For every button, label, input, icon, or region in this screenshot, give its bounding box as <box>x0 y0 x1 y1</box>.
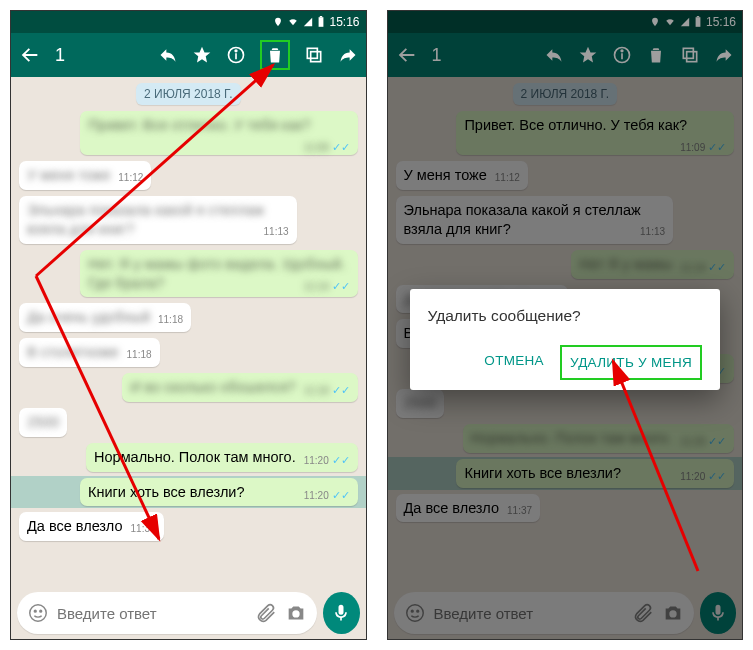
delete-dialog: Удалить сообщение? ОТМЕНА УДАЛИТЬ У МЕНЯ <box>410 289 721 390</box>
message-in[interactable]: 2500 <box>19 408 67 437</box>
message-in[interactable]: Эльнара показала какой я стеллаж взяла д… <box>19 196 297 244</box>
message-out[interactable]: Нет. Я у мамы фото видела. Удобный. Где … <box>80 250 358 298</box>
svg-rect-5 <box>310 52 320 62</box>
back-icon[interactable] <box>19 44 41 66</box>
message-in[interactable]: У меня тоже11:12 <box>19 161 151 190</box>
copy-icon[interactable] <box>304 45 324 65</box>
selected-message-row[interactable]: Книги хоть все влезли?11:20 ✓✓ <box>11 476 366 509</box>
status-bar: 15:16 <box>11 11 366 33</box>
phone-left-screenshot: 15:16 1 2 ИЮЛЯ 2018 Г. Привет. Все отлич… <box>10 10 367 640</box>
info-icon[interactable] <box>226 45 246 65</box>
chat-area: 2 ИЮЛЯ 2018 Г. Привет. Все отлично. У те… <box>11 77 366 587</box>
svg-point-4 <box>235 50 237 52</box>
input-bar <box>11 587 366 639</box>
svg-point-8 <box>34 610 36 612</box>
reply-icon[interactable] <box>158 45 178 65</box>
delete-icon[interactable] <box>260 40 290 70</box>
svg-rect-1 <box>320 16 322 17</box>
emoji-icon[interactable] <box>27 602 49 624</box>
svg-rect-6 <box>307 48 317 58</box>
svg-point-9 <box>40 610 42 612</box>
battery-icon <box>317 16 325 28</box>
camera-icon[interactable] <box>285 602 307 624</box>
date-chip: 2 ИЮЛЯ 2018 Г. <box>136 83 241 105</box>
cancel-button[interactable]: ОТМЕНА <box>476 345 552 380</box>
phone-right-screenshot: 15:16 1 2 ИЮЛЯ 2018 Г. Привет. Все отлич… <box>387 10 744 640</box>
message-out[interactable]: Нормально. Полок там много.11:20 ✓✓ <box>86 443 357 472</box>
star-icon[interactable] <box>192 45 212 65</box>
signal-icon <box>303 17 313 27</box>
selection-count: 1 <box>55 45 65 66</box>
svg-rect-0 <box>319 17 324 27</box>
message-out-selected[interactable]: Книги хоть все влезли?11:20 ✓✓ <box>80 478 358 507</box>
status-time: 15:16 <box>329 15 359 29</box>
delete-for-me-button[interactable]: УДАЛИТЬ У МЕНЯ <box>560 345 702 380</box>
attach-icon[interactable] <box>255 602 277 624</box>
message-input[interactable] <box>57 605 247 622</box>
forward-icon[interactable] <box>338 45 358 65</box>
message-in[interactable]: Да очень удобный11:18 <box>19 303 191 332</box>
wifi-icon <box>287 17 299 27</box>
location-icon <box>273 17 283 27</box>
selection-app-bar: 1 <box>11 33 366 77</box>
message-out[interactable]: Привет. Все отлично. У тебя как?11:09 ✓✓ <box>80 111 358 155</box>
message-in[interactable]: В столитхоме11:18 <box>19 338 160 367</box>
mic-button[interactable] <box>323 592 360 634</box>
svg-point-7 <box>30 605 47 622</box>
message-out[interactable]: И во сколько обошелся?11:18 ✓✓ <box>122 373 357 402</box>
dialog-title: Удалить сообщение? <box>428 307 703 325</box>
message-in[interactable]: Да все влезло11:37 <box>19 512 164 541</box>
message-input-container[interactable] <box>17 592 317 634</box>
